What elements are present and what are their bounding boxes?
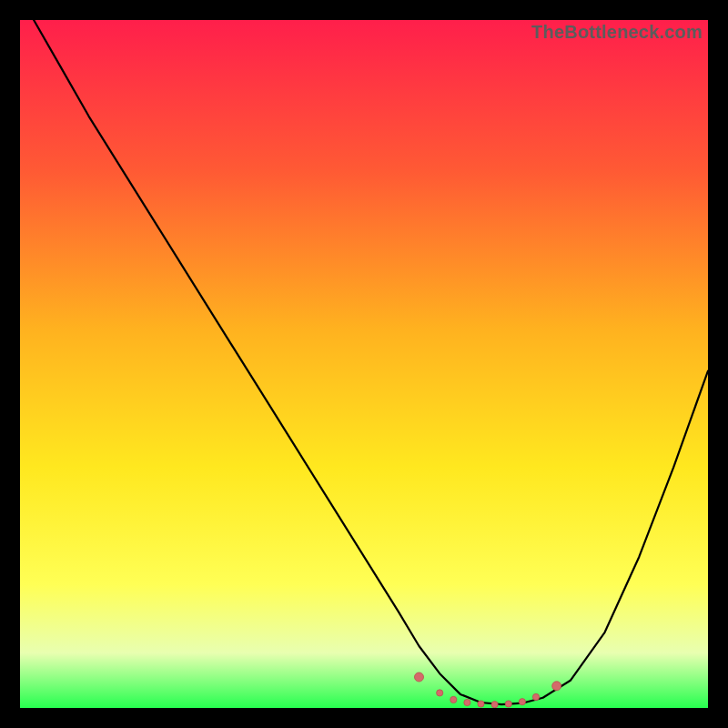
optimum-marker <box>450 696 457 703</box>
optimum-marker <box>415 672 424 682</box>
optimum-marker <box>437 690 443 696</box>
gradient-background <box>20 20 708 708</box>
optimum-marker <box>552 682 561 691</box>
watermark-text: TheBottleneck.com <box>531 22 703 43</box>
chart-frame: TheBottleneck.com <box>20 20 708 708</box>
bottleneck-chart <box>20 20 708 708</box>
optimum-marker <box>491 702 498 708</box>
optimum-marker <box>464 699 470 705</box>
optimum-marker <box>505 701 511 707</box>
optimum-marker <box>532 693 539 700</box>
optimum-marker <box>478 701 484 707</box>
optimum-marker <box>519 699 525 705</box>
